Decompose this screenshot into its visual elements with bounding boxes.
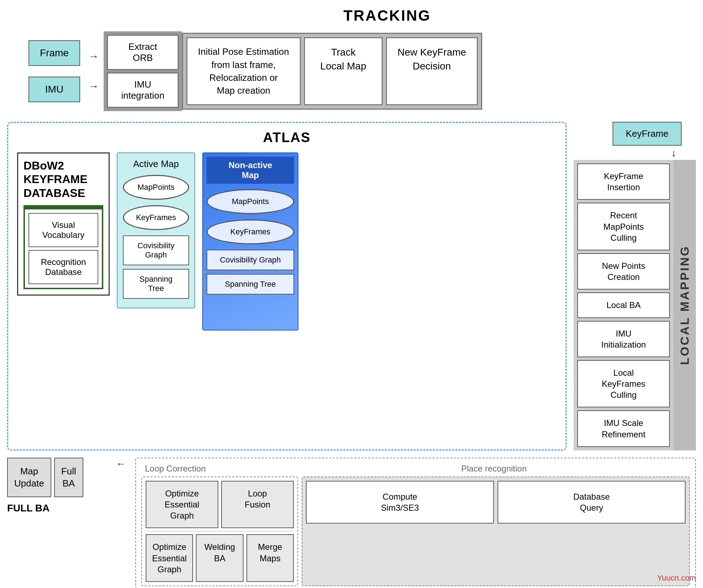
map-update-box: Map Update	[7, 458, 51, 498]
vocab-db-box: Visual Vocabulary Recognition Database	[24, 205, 103, 289]
right-section: KeyFrame ↓ KeyFrame Insertion Recent Map…	[574, 122, 696, 451]
dbow2-title: DBoW2 KEYFRAME DATABASE	[24, 159, 103, 200]
merge-maps-box: Merge Maps	[246, 534, 294, 582]
imu-arrow: →	[88, 80, 99, 92]
track-local-map-box: Track Local Map	[304, 37, 382, 105]
card-front: Non-active Map MapPoints KeyFrames Covis…	[202, 152, 298, 331]
non-active-cards: Non-active Map MapPoints KeyFrames Covis…	[202, 152, 302, 338]
database-query-box: Database Query	[498, 481, 686, 524]
full-ba-label: FULL BA	[7, 503, 50, 514]
lm-keyframe-insertion: KeyFrame Insertion	[577, 163, 670, 200]
loop-inner: Optimize Essential Graph Loop Fusion Opt…	[141, 477, 690, 586]
atlas-section: ATLAS DBoW2 KEYFRAME DATABASE Visual Voc…	[7, 122, 567, 451]
loop-row-2: Optimize Essential Graph Welding BA Merg…	[146, 534, 294, 582]
middle-section: ATLAS DBoW2 KEYFRAME DATABASE Visual Voc…	[7, 122, 696, 451]
optimize-essential-graph-2: Optimize Essential Graph	[146, 534, 193, 582]
local-mapping-label: LOCAL MAPPING	[673, 160, 696, 451]
full-ba-arrow: ←	[114, 458, 128, 470]
active-map-box: Active Map MapPoints KeyFrames Covisibil…	[117, 152, 195, 308]
active-map-title: Active Map	[123, 158, 189, 170]
loop-separator	[147, 531, 292, 531]
non-active-keyframes: KeyFrames	[207, 219, 294, 244]
inputs-column: Frame IMU	[28, 40, 80, 102]
lm-new-points-creation: New Points Creation	[577, 253, 670, 290]
extract-container: Extract ORB IMU integration	[104, 31, 182, 111]
active-mappoints: MapPoints	[123, 175, 189, 200]
loop-correction-header: Loop Correction	[141, 464, 298, 474]
non-active-mappoints: MapPoints	[207, 189, 294, 214]
frame-arrow: →	[88, 50, 99, 62]
loop-fusion-box: Loop Fusion	[221, 481, 294, 529]
extract-orb-box: Extract ORB	[107, 35, 178, 70]
local-mapping-boxes: KeyFrame Insertion Recent MapPoints Cull…	[574, 160, 673, 451]
kf-arrow-down: ↓	[671, 147, 696, 159]
pr-inner: Compute Sim3/SE3 Database Query	[306, 481, 686, 524]
tracking-boxes: Initial Pose Estimation from last frame,…	[182, 33, 482, 110]
non-active-title: Non-active Map	[207, 157, 294, 184]
lm-local-kf-culling: Local KeyFrames Culling	[577, 360, 670, 408]
visual-vocabulary: Visual Vocabulary	[28, 213, 98, 247]
bottom-section: Map Update Full BA FULL BA ← Loop Correc…	[7, 458, 696, 588]
atlas-title: ATLAS	[17, 130, 557, 145]
compute-sim3-box: Compute Sim3/SE3	[306, 481, 494, 524]
non-active-covisibility: Covisibility Graph	[207, 250, 294, 270]
non-active-stack: Non-active Map MapPoints KeyFrames Covis…	[202, 152, 302, 338]
loop-labels-row: Loop Correction Place recognition	[141, 464, 690, 474]
lm-local-ba: Local BA	[577, 292, 670, 318]
loop-correction-boxes: Optimize Essential Graph Loop Fusion Opt…	[141, 477, 298, 586]
full-ba-boxes: Map Update Full BA	[7, 458, 83, 498]
imu-integration-box: IMU integration	[107, 73, 178, 108]
new-keyframe-box: New KeyFrame Decision	[386, 37, 478, 105]
local-mapping-col: KeyFrame Insertion Recent MapPoints Cull…	[574, 160, 696, 451]
loop-row-1: Optimize Essential Graph Loop Fusion	[146, 481, 294, 529]
input-arrows: → →	[87, 50, 101, 92]
loop-section: Loop Correction Place recognition Optimi…	[135, 458, 696, 588]
place-recognition-section: Compute Sim3/SE3 Database Query	[302, 477, 690, 586]
lm-recent-mappoints-culling: Recent MapPoints Culling	[577, 203, 670, 250]
frame-input: Frame	[28, 40, 80, 66]
keyframe-node: KeyFrame	[613, 122, 682, 146]
atlas-inner: DBoW2 KEYFRAME DATABASE Visual Vocabular…	[17, 152, 557, 338]
welding-ba-box: Welding BA	[196, 534, 243, 582]
diagram-container: TRACKING Frame IMU → → Extract ORB IMU i…	[0, 0, 703, 588]
tracking-row: Frame IMU → → Extract ORB IMU integratio…	[28, 31, 696, 111]
non-active-spanning-tree: Spanning Tree	[207, 274, 294, 295]
lm-imu-scale-refinement: IMU Scale Refinement	[577, 410, 670, 447]
dbow2-box: DBoW2 KEYFRAME DATABASE Visual Vocabular…	[17, 152, 110, 296]
pose-estimation-box: Initial Pose Estimation from last frame,…	[187, 37, 301, 105]
lm-imu-initialization: IMU Initialization	[577, 321, 670, 357]
active-spanning-tree: Spanning Tree	[123, 269, 189, 299]
full-ba-section: Map Update Full BA FULL BA	[7, 458, 107, 514]
imu-input: IMU	[28, 77, 80, 102]
tracking-title: TRACKING	[7, 7, 696, 24]
active-keyframes: KeyFrames	[123, 205, 189, 230]
active-covisibility: Covisibility Graph	[123, 235, 189, 265]
optimize-essential-graph-1: Optimize Essential Graph	[146, 481, 218, 529]
watermark: Yuucn.com	[657, 573, 696, 583]
full-ba-box: Full BA	[54, 458, 83, 498]
recognition-database: Recognition Database	[28, 250, 98, 284]
place-recognition-header: Place recognition	[298, 464, 690, 474]
